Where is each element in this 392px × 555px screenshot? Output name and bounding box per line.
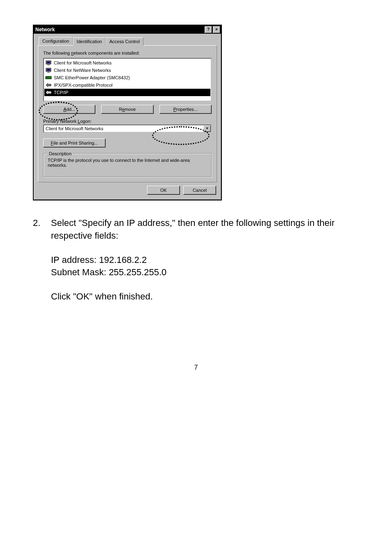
list-item-label: Client for NetWare Networks: [54, 68, 111, 73]
chevron-down-icon: ▼: [203, 125, 211, 132]
window-title: Network: [35, 27, 55, 32]
remove-button[interactable]: Remove: [101, 105, 153, 114]
description-legend: Description: [48, 151, 73, 156]
properties-button[interactable]: Properties...: [159, 105, 212, 114]
adapter-icon: [45, 74, 52, 81]
step-description: Select "Specify an IP address," then ent…: [51, 217, 359, 242]
instruction-text: 2. Select "Specify an IP address," then …: [33, 217, 359, 315]
components-listbox[interactable]: Client for Microsoft Networks Client for…: [43, 58, 212, 101]
list-item-label: SMC EtherPower Adapter (SMC8432): [54, 75, 130, 80]
svg-rect-7: [46, 77, 48, 78]
tab-access-control[interactable]: Access Control: [106, 37, 143, 46]
list-item[interactable]: Client for NetWare Networks: [44, 67, 210, 74]
protocol-icon: [45, 82, 52, 88]
page-number: 7: [33, 364, 359, 371]
svg-rect-2: [47, 64, 50, 65]
close-button[interactable]: ×: [213, 26, 220, 33]
ip-values: IP address: 192.168.2.2 Subnet Mask: 255…: [51, 254, 359, 279]
configuration-panel: The following network components are ins…: [38, 45, 217, 182]
tab-strip: Configuration Identification Access Cont…: [34, 34, 221, 45]
svg-rect-4: [47, 69, 50, 71]
list-item[interactable]: SMC EtherPower Adapter (SMC8432): [44, 74, 210, 81]
list-item-selected[interactable]: TCP/IP: [44, 89, 210, 96]
file-print-sharing-button[interactable]: File and Print Sharing...: [43, 138, 106, 147]
primary-logon-label: Primary Network Logon:: [43, 119, 92, 124]
add-button[interactable]: Add...: [43, 105, 95, 114]
ok-button[interactable]: OK: [147, 186, 180, 195]
cancel-button[interactable]: Cancel: [183, 186, 216, 195]
list-item-label: TCP/IP: [54, 90, 68, 95]
client-icon: [45, 67, 52, 74]
list-item[interactable]: IPX/SPX-compatible Protocol: [44, 81, 210, 89]
description-text: TCP/IP is the protocol you use to connec…: [48, 158, 207, 168]
tab-identification[interactable]: Identification: [73, 37, 106, 46]
installed-components-label: The following network components are ins…: [43, 51, 212, 55]
list-item-label: Client for Microsoft Networks: [54, 60, 112, 65]
help-button[interactable]: ?: [205, 26, 212, 33]
svg-rect-5: [47, 72, 50, 73]
svg-rect-1: [47, 62, 50, 63]
tab-configuration[interactable]: Configuration: [39, 37, 73, 45]
step-number: 2.: [33, 217, 42, 315]
protocol-icon: [45, 89, 52, 96]
client-icon: [45, 60, 52, 66]
click-ok-text: Click "OK" when finished.: [51, 290, 359, 303]
description-group: Description TCP/IP is the protocol you u…: [43, 153, 212, 177]
titlebar: Network ? ×: [34, 25, 221, 34]
list-item[interactable]: Client for Microsoft Networks: [44, 59, 210, 67]
dropdown-value: Client for Microsoft Networks: [44, 125, 203, 132]
network-dialog: Network ? × Configuration Identification…: [33, 25, 222, 200]
list-item-label: IPX/SPX-compatible Protocol: [54, 83, 113, 88]
primary-logon-dropdown[interactable]: Client for Microsoft Networks ▼: [43, 124, 212, 133]
